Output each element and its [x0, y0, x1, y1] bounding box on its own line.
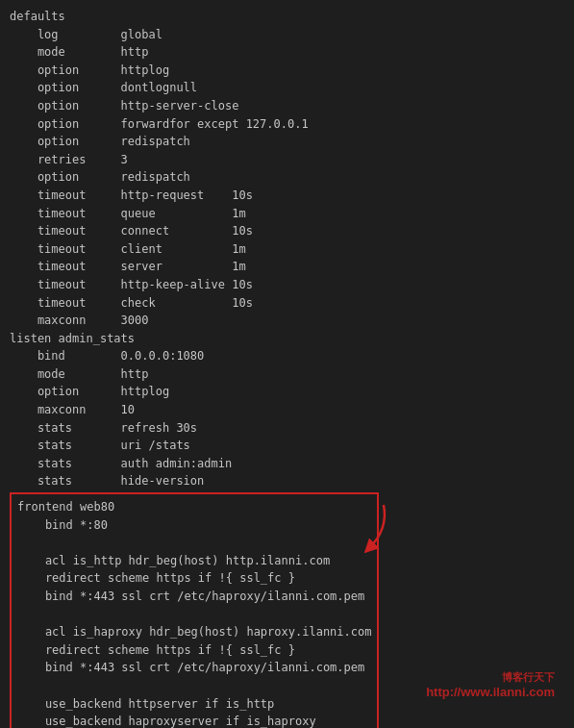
defaults-line-8: retries 3: [10, 153, 128, 166]
frontend-line-2: acl is_http hdr_beg(host) http.ilanni.co…: [17, 554, 330, 567]
frontend-line-8: use_backend httpserver if is_http: [17, 697, 274, 711]
defaults-line-2: mode http: [10, 45, 149, 59]
red-arrow-icon: [326, 500, 393, 553]
defaults-line-12: timeout connect 10s: [10, 224, 253, 238]
defaults-line-13: timeout client 1m: [10, 242, 246, 256]
defaults-line-15: timeout http-keep-alive 10s: [10, 278, 253, 291]
defaults-line-10: timeout http-request 10s: [10, 188, 253, 202]
frontend-line-7: bind *:443 ssl crt /etc/haproxy/ilanni.c…: [17, 661, 364, 674]
listen-header: listen admin_stats: [10, 332, 135, 345]
frontend-line-3: redirect scheme https if !{ ssl_fc }: [17, 571, 295, 585]
defaults-line-3: option httplog: [10, 63, 169, 77]
defaults-line-7: option redispatch: [10, 135, 190, 148]
defaults-line-1: log global: [10, 28, 162, 41]
defaults-line-14: timeout server 1m: [10, 260, 246, 273]
defaults-section: defaults log global mode http option htt…: [10, 8, 564, 330]
watermark-cn: 博客行天下: [426, 670, 555, 685]
defaults-line-16: timeout check 10s: [10, 296, 253, 310]
listen-line-8: stats hide-version: [10, 474, 204, 488]
frontend-line-5: acl is_haproxy hdr_beg(host) haproxy.ila…: [17, 625, 371, 639]
listen-line-3: option httplog: [10, 385, 169, 398]
terminal-output: defaults log global mode http option htt…: [10, 8, 564, 728]
defaults-line-9: option redispatch: [10, 170, 190, 184]
listen-line-5: stats refresh 30s: [10, 421, 197, 435]
listen-line-7: stats auth admin:admin: [10, 457, 232, 470]
watermark-url: http://www.ilanni.com: [426, 685, 555, 699]
listen-line-1: bind 0.0.0.0:1080: [10, 349, 204, 363]
listen-line-4: maxconn 10: [10, 403, 135, 416]
defaults-header: defaults: [10, 10, 65, 23]
defaults-line-17: maxconn 3000: [10, 314, 149, 327]
defaults-line-5: option http-server-close: [10, 99, 238, 113]
frontend-pre: frontend web80 bind *:80 acl is_http hdr…: [17, 498, 371, 728]
frontend-line-4: bind *:443 ssl crt /etc/haproxy/ilanni.c…: [17, 590, 364, 603]
frontend-line-6: redirect scheme https if !{ ssl_fc }: [17, 643, 295, 657]
defaults-line-6: option forwardfor except 127.0.0.1: [10, 117, 309, 131]
defaults-line-4: option dontlognull: [10, 81, 197, 94]
frontend-line-1: bind *:80: [17, 518, 108, 532]
defaults-line-11: timeout queue 1m: [10, 207, 246, 220]
frontend-line-9: use_backend haproxyserver if is_haproxy: [17, 715, 316, 728]
watermark-container: 博客行天下 http://www.ilanni.com: [426, 670, 555, 699]
frontend-header: frontend web80: [17, 500, 114, 514]
frontend-box: frontend web80 bind *:80 acl is_http hdr…: [10, 492, 379, 728]
listen-line-2: mode http: [10, 367, 149, 381]
frontend-arrow-area: frontend web80 bind *:80 acl is_http hdr…: [10, 490, 379, 728]
listen-section: listen admin_stats bind 0.0.0.0:1080 mod…: [10, 330, 564, 490]
listen-line-6: stats uri /stats: [10, 439, 190, 452]
